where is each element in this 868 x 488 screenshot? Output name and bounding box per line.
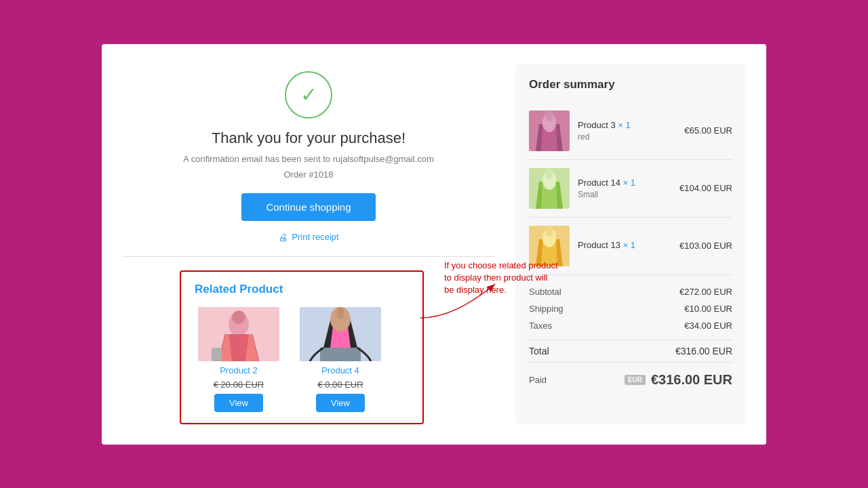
subtotal-value: €272.00 EUR (679, 287, 732, 297)
shipping-row: Shipping €10.00 EUR (529, 300, 732, 317)
taxes-row: Taxes €34.00 EUR (529, 317, 732, 334)
eur-badge: EUR (625, 375, 646, 385)
page-container: ✓ Thank you for your purchase! A confirm… (102, 44, 766, 445)
order-item-3-price: €103.00 EUR (679, 241, 732, 251)
product-2-image (198, 307, 279, 361)
shipping-value: €10.00 EUR (684, 304, 732, 314)
product-4-price: € 0.00 EUR (317, 380, 363, 390)
section-divider (122, 256, 495, 257)
taxes-label: Taxes (529, 321, 552, 331)
svg-rect-29 (546, 226, 553, 237)
checkmark-icon: ✓ (300, 85, 317, 105)
taxes-value: €34.00 EUR (684, 321, 732, 331)
order-item-2-name: Product 14 × 1 (578, 178, 671, 188)
paid-label: Paid (529, 375, 547, 385)
annotation-area: If you choose related product to display… (180, 270, 437, 424)
product-card-1: Product 2 € 20.00 EUR View (195, 307, 283, 412)
left-panel: ✓ Thank you for your purchase! A confirm… (122, 64, 495, 424)
order-item-1: Product 3 × 1 red €65.00 EUR (529, 102, 732, 160)
order-item-2-details: Product 14 × 1 Small (578, 178, 671, 199)
product-4-name: Product 4 (321, 365, 359, 375)
order-item-1-details: Product 3 × 1 red (578, 120, 676, 142)
product-4-view-button[interactable]: View (316, 394, 365, 412)
success-icon-circle: ✓ (285, 71, 332, 119)
paid-amount-area: EUR €316.00 EUR (625, 372, 732, 388)
order-items-list: Product 3 × 1 red €65.00 EUR (529, 102, 732, 275)
total-label: Total (529, 346, 549, 357)
product-2-price: € 20.00 EUR (214, 380, 264, 390)
paid-row: Paid EUR €316.00 EUR (529, 363, 732, 390)
print-icon: 🖨 (278, 232, 288, 243)
subtotal-row: Subtotal €272.00 EUR (529, 283, 732, 300)
order-item-3-details: Product 13 × 1 (578, 240, 671, 252)
svg-marker-4 (229, 334, 249, 361)
svg-rect-24 (546, 168, 553, 179)
order-item-2-qty: × 1 (623, 178, 635, 188)
svg-rect-5 (232, 310, 245, 324)
print-receipt-link[interactable]: 🖨 Print receipt (278, 232, 338, 243)
order-item-2-price: €104.00 EUR (679, 183, 732, 193)
print-receipt-label: Print receipt (292, 232, 338, 242)
order-item-3-qty: × 1 (623, 240, 635, 250)
annotation-text: If you choose related product to display… (444, 260, 559, 297)
shipping-label: Shipping (529, 304, 564, 314)
order-item-3-name: Product 13 × 1 (578, 240, 671, 250)
product-2-name: Product 2 (220, 365, 258, 375)
paid-amount: €316.00 EUR (651, 372, 732, 388)
product-card-2: Product 4 € 0.00 EUR View (296, 307, 384, 412)
svg-rect-8 (212, 348, 222, 361)
product-2-view-button[interactable]: View (214, 394, 263, 412)
svg-rect-14 (337, 307, 344, 319)
related-products-title: Related Product (195, 283, 409, 296)
total-row: Total €316.00 EUR (529, 340, 732, 363)
order-item-3: Product 13 × 1 €103.00 EUR (529, 218, 732, 275)
svg-rect-19 (546, 110, 553, 121)
order-number: Order #1018 (284, 169, 334, 180)
order-item-1-name: Product 3 × 1 (578, 120, 676, 130)
order-summary-title: Order summary (529, 78, 732, 92)
related-products-box: Related Product (180, 270, 424, 424)
thank-you-title: Thank you for your purchase! (212, 129, 406, 147)
order-item-2-variant: Small (578, 190, 671, 199)
order-item-1-price: €65.00 EUR (684, 125, 732, 136)
confirmation-email-text: A confirmation email has been sent to ru… (183, 154, 433, 164)
order-item-1-variant: red (578, 132, 676, 142)
summary-rows: Subtotal €272.00 EUR Shipping €10.00 EUR… (529, 275, 732, 390)
products-grid: Product 2 € 20.00 EUR View (195, 307, 409, 412)
right-panel: Order summary Product 3 × 1 (515, 64, 746, 424)
continue-shopping-button[interactable]: Continue shopping (241, 193, 375, 221)
total-value: €316.00 EUR (675, 346, 732, 357)
product-4-image (300, 307, 381, 361)
order-item-1-qty: × 1 (618, 120, 630, 130)
product-3-image (529, 110, 570, 151)
svg-rect-10 (320, 348, 361, 361)
product-14-image (529, 168, 570, 209)
order-item-2: Product 14 × 1 Small €104.00 EUR (529, 160, 732, 218)
